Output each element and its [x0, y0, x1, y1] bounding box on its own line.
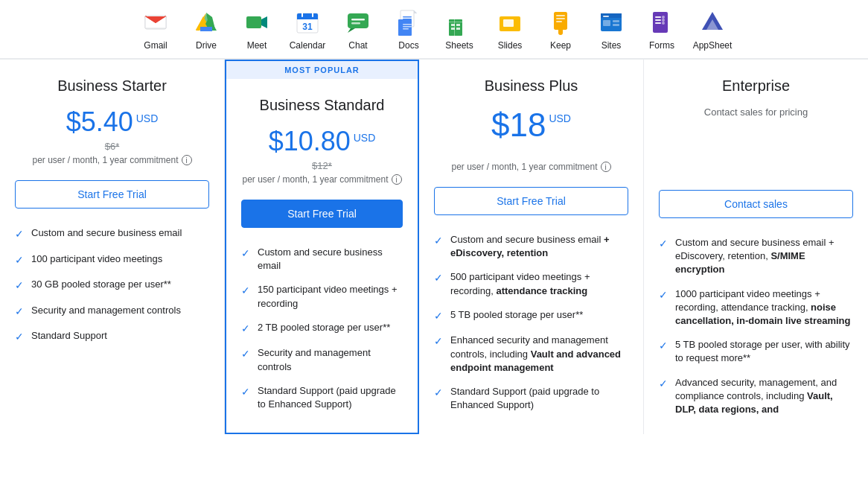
cta-button-plus[interactable]: Start Free Trial [434, 187, 628, 215]
svg-rect-52 [556, 21, 562, 22]
app-icon-drive[interactable]: Drive [184, 7, 229, 51]
feature-item: ✓Custom and secure business email + eDis… [659, 236, 853, 277]
app-label-slides: Slides [498, 40, 523, 51]
price-amount-plus: $18 [491, 106, 546, 143]
price-note-standard: per user / month, 1 year commitment i [241, 174, 403, 185]
check-icon: ✓ [15, 253, 24, 268]
check-icon: ✓ [434, 234, 443, 260]
app-icon-forms[interactable]: Forms [639, 7, 684, 51]
feature-item: ✓500 participant video meetings + record… [434, 270, 628, 297]
svg-text:31: 31 [302, 22, 313, 32]
cta-button-starter[interactable]: Start Free Trial [15, 180, 209, 209]
check-icon: ✓ [15, 227, 24, 242]
svg-rect-43 [454, 19, 455, 36]
info-icon-standard[interactable]: i [392, 174, 402, 185]
app-icon-calendar[interactable]: 31 Calendar [285, 7, 330, 51]
app-label-sites: Sites [601, 40, 622, 51]
feature-item: ✓5 TB pooled storage per user** [434, 308, 628, 324]
plan-price-starter: $5.40 USD [15, 106, 209, 138]
app-label-meet: Meet [247, 40, 267, 51]
check-icon: ✓ [434, 271, 443, 297]
check-icon: ✓ [241, 284, 250, 310]
check-icon: ✓ [434, 386, 443, 412]
price-amount-starter: $5.40 [66, 106, 133, 137]
plan-starter: Business Starter $5.40 USD $6* per user … [0, 60, 225, 434]
features-list-plus: ✓Custom and secure business email + eDis… [434, 233, 628, 412]
svg-marker-15 [261, 16, 267, 28]
app-icon-appsheet[interactable]: AppSheet [690, 7, 735, 51]
check-icon: ✓ [15, 305, 24, 319]
svg-rect-58 [613, 24, 619, 26]
svg-rect-41 [456, 28, 460, 30]
svg-rect-36 [403, 28, 409, 30]
svg-rect-45 [503, 19, 514, 27]
price-note-starter: per user / month, 1 year commitment i [15, 155, 209, 165]
check-icon: ✓ [659, 288, 668, 328]
svg-rect-39 [456, 24, 460, 26]
app-icon-keep[interactable]: Keep [538, 7, 583, 51]
feature-item: ✓Custom and secure business email + eDis… [434, 233, 628, 260]
cta-button-standard[interactable]: Start Free Trial [241, 200, 403, 228]
price-usd-plus: USD [549, 112, 571, 124]
app-bar: Gmail Drive [0, 0, 868, 59]
feature-item: ✓Security and management controls [241, 346, 403, 373]
feature-item: ✓Custom and secure business email [241, 246, 403, 273]
app-label-calendar: Calendar [290, 40, 326, 51]
svg-rect-50 [556, 15, 565, 16]
check-icon: ✓ [15, 330, 24, 345]
app-label-docs: Docs [398, 40, 418, 51]
app-icon-chat[interactable]: Chat [336, 7, 380, 51]
feature-item: ✓Advanced security, management, and comp… [659, 376, 853, 417]
price-amount-standard: $10.80 [269, 126, 351, 156]
svg-marker-29 [414, 10, 417, 13]
svg-rect-55 [603, 16, 609, 17]
features-list-starter: ✓Custom and secure business email ✓100 p… [15, 226, 209, 345]
app-icon-gmail[interactable]: Gmail [133, 7, 178, 51]
app-label-drive: Drive [196, 40, 217, 51]
info-icon-plus[interactable]: i [601, 162, 611, 172]
feature-item: ✓1000 participant video meetings + recor… [659, 287, 853, 328]
svg-rect-25 [351, 22, 360, 25]
svg-point-63 [662, 16, 665, 19]
price-original-starter: $6* [15, 141, 209, 152]
svg-rect-24 [351, 19, 365, 21]
plan-name-standard: Business Standard [241, 97, 403, 114]
svg-rect-35 [403, 26, 412, 28]
price-usd-standard: USD [354, 132, 376, 144]
feature-item: ✓Enhanced security and management contro… [434, 334, 628, 375]
svg-rect-18 [297, 18, 318, 19]
feature-item: ✓2 TB pooled storage per user** [241, 321, 403, 337]
svg-point-65 [662, 22, 665, 25]
svg-marker-23 [348, 28, 355, 33]
check-icon: ✓ [434, 309, 443, 324]
app-icon-docs[interactable]: Docs [386, 7, 431, 51]
most-popular-banner: MOST POPULAR [225, 60, 419, 79]
plan-name-starter: Business Starter [15, 77, 209, 95]
check-icon: ✓ [241, 246, 250, 273]
app-icon-slides[interactable]: Slides [488, 7, 532, 51]
app-label-forms: Forms [649, 40, 674, 51]
feature-item: ✓150 participant video meetings + record… [241, 283, 403, 310]
app-icon-sites[interactable]: Sites [589, 7, 634, 51]
app-label-chat: Chat [348, 40, 367, 51]
svg-rect-34 [403, 24, 412, 25]
features-list-standard: ✓Custom and secure business email ✓150 p… [241, 246, 403, 411]
check-icon: ✓ [659, 339, 668, 365]
info-icon-starter[interactable]: i [182, 155, 192, 165]
check-icon: ✓ [241, 385, 250, 411]
plan-price-plus: $18 USD [434, 106, 628, 144]
svg-rect-60 [655, 16, 661, 18]
check-icon: ✓ [241, 347, 250, 373]
plan-price-standard: $10.80 USD [241, 126, 403, 157]
feature-item: ✓Custom and secure business email [15, 226, 209, 242]
plan-name-enterprise: Enterprise [659, 77, 853, 95]
app-icon-meet[interactable]: Meet [234, 7, 279, 51]
app-icon-sheets[interactable]: Sheets [437, 7, 482, 51]
price-original-standard: $12* [241, 160, 403, 171]
check-icon: ✓ [15, 279, 24, 293]
svg-rect-22 [348, 13, 368, 28]
feature-item: ✓30 GB pooled storage per user** [15, 278, 209, 293]
svg-rect-61 [655, 19, 661, 21]
pricing-section: Business Starter $5.40 USD $6* per user … [0, 59, 868, 434]
cta-button-enterprise[interactable]: Contact sales [659, 190, 853, 218]
